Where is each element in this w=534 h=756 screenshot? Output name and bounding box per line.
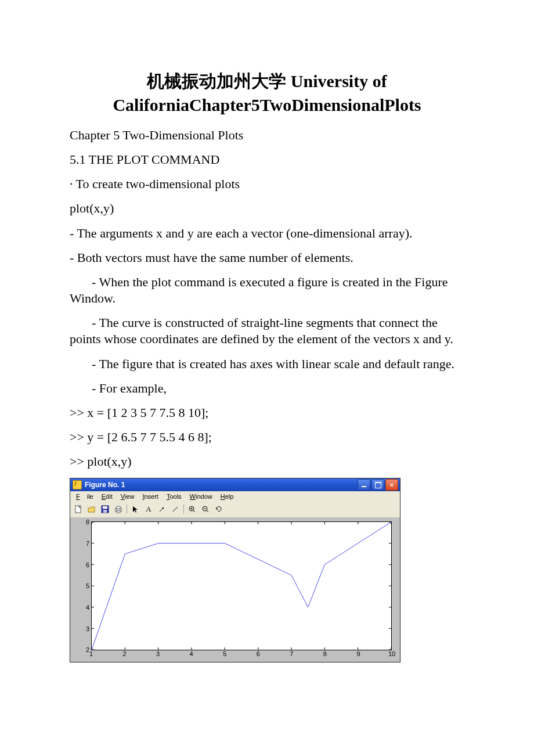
toolbar-separator	[183, 505, 184, 514]
menu-tools[interactable]: Tools	[163, 492, 185, 501]
line-icon[interactable]	[169, 503, 181, 515]
y-tick-label: 7	[86, 540, 89, 547]
print-icon[interactable]	[113, 503, 124, 515]
x-tick-label: 1	[89, 650, 93, 657]
x-tick-label: 5	[223, 650, 226, 657]
svg-line-10	[193, 510, 195, 512]
x-tick-label: 8	[323, 650, 327, 657]
menu-file[interactable]: File	[73, 492, 97, 501]
menu-help[interactable]: Help	[217, 492, 237, 501]
svg-rect-3	[103, 510, 107, 513]
body-line: - When the plot command is executed a fi…	[70, 274, 464, 307]
text-icon[interactable]: A	[143, 503, 154, 515]
plot-area: 2345678 12345678910	[70, 518, 400, 662]
window-title: Figure No. 1	[85, 481, 358, 489]
body-line: - The curve is constructed of straight-l…	[70, 315, 464, 347]
body-line: - For example,	[70, 380, 464, 397]
menubar: File Edit View Insert Tools Window Help	[70, 491, 400, 502]
body-line: · To create two-dimensional plots	[70, 176, 464, 192]
zoom-out-icon[interactable]	[200, 503, 211, 515]
save-icon[interactable]	[99, 503, 111, 515]
minimize-button[interactable]	[358, 479, 370, 491]
y-tick-label: 4	[86, 604, 89, 611]
maximize-button[interactable]	[371, 479, 384, 491]
body-line: - The arguments x and y are each a vecto…	[70, 225, 464, 242]
open-icon[interactable]	[86, 503, 98, 515]
body-line: plot(x,y)	[70, 200, 464, 217]
x-tick-label: 2	[122, 650, 126, 657]
svg-line-14	[207, 510, 208, 512]
body-line: - The figure that is created has axes wi…	[70, 356, 464, 372]
rotate-icon[interactable]	[213, 503, 225, 515]
new-figure-icon[interactable]	[73, 503, 84, 515]
menu-insert[interactable]: Insert	[139, 492, 162, 501]
pointer-icon[interactable]	[129, 503, 141, 515]
titlebar: Figure No. 1 ×	[70, 478, 400, 491]
svg-rect-6	[117, 511, 120, 513]
toolbar: A	[70, 502, 400, 518]
menu-view[interactable]: View	[117, 492, 138, 501]
x-tick-label: 9	[356, 650, 360, 657]
body-line: Chapter 5 Two-Dimensional Plots	[70, 127, 464, 143]
body-line: >> x = [1 2 3 5 7 7.5 8 10];	[70, 405, 464, 421]
svg-line-8	[173, 507, 178, 512]
body-line: 5.1 THE PLOT COMMAND	[70, 152, 464, 168]
arrow-icon[interactable]	[156, 503, 168, 515]
toolbar-separator	[127, 505, 127, 514]
plot-canvas	[92, 522, 391, 650]
svg-rect-2	[103, 506, 107, 509]
x-tick-label: 3	[156, 650, 160, 657]
x-tick-label: 10	[388, 650, 395, 657]
y-tick-label: 3	[86, 625, 89, 632]
menu-window[interactable]: Window	[186, 492, 216, 501]
zoom-in-icon[interactable]	[186, 503, 198, 515]
y-tick-label: 8	[86, 519, 89, 525]
body-line: >> y = [2 6.5 7 7 5.5 4 6 8];	[70, 429, 464, 445]
matlab-figure-icon	[73, 480, 82, 489]
x-tick-label: 4	[190, 650, 193, 657]
body-line: >> plot(x,y)	[70, 453, 464, 470]
svg-rect-5	[117, 506, 120, 509]
menu-edit[interactable]: Edit	[98, 492, 116, 501]
x-tick-label: 7	[290, 650, 293, 657]
y-tick-label: 6	[86, 561, 89, 568]
figure-window: Figure No. 1 × File Edit View Insert Too…	[70, 478, 464, 663]
close-button[interactable]: ×	[385, 479, 398, 491]
x-tick-label: 6	[257, 650, 260, 657]
page-title: 机械振动加州大学 University of CaliforniaChapter…	[70, 70, 464, 117]
body-line: - Both vectors must have the same number…	[70, 250, 464, 266]
y-tick-label: 5	[86, 582, 89, 589]
axes: 2345678	[91, 521, 392, 650]
